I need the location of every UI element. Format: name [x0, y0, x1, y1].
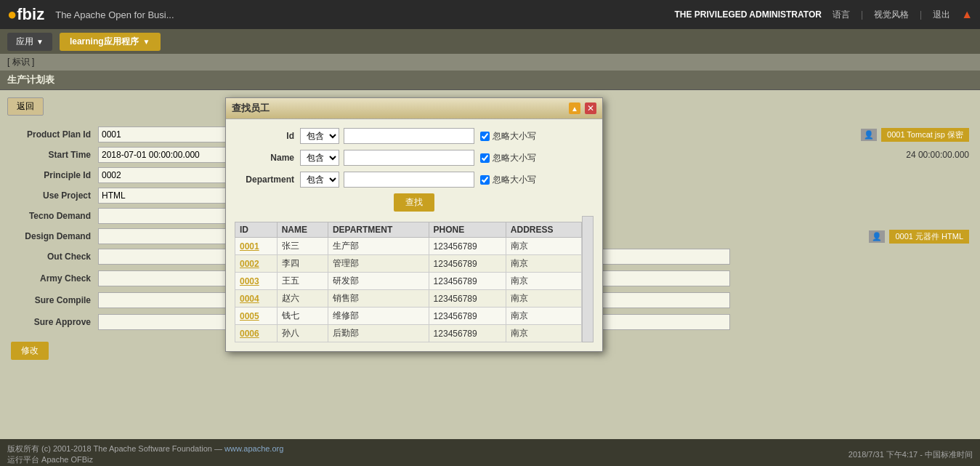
id-case-checkbox[interactable] — [480, 132, 490, 141]
dept-case-text: 忽略大小写 — [493, 174, 536, 186]
modal-table-wrapper: ID NAME DEPARTMENT PHONE ADDRESS 0001 张三… — [235, 216, 594, 342]
row-name: 钱七 — [277, 308, 328, 325]
dept-search-input[interactable] — [344, 172, 474, 188]
principle-id-input[interactable] — [98, 167, 243, 183]
product-plan-id-input[interactable] — [98, 126, 243, 142]
army-check-label: Army Check — [11, 273, 98, 284]
row-dept: 后勤部 — [328, 325, 429, 342]
id-search-select[interactable]: 包含 — [300, 128, 339, 144]
page-title-text: 生产计划表 — [7, 74, 54, 85]
search-btn-row: 查找 — [235, 193, 594, 212]
sure-compile-input[interactable] — [98, 292, 243, 308]
apply-label: 应用 — [16, 36, 33, 48]
employee-table: ID NAME DEPARTMENT PHONE ADDRESS 0001 张三… — [235, 222, 582, 342]
theme-link[interactable]: 视觉风格 — [874, 9, 909, 21]
id-case-label: 忽略大小写 — [480, 130, 536, 142]
use-project-input[interactable] — [98, 188, 243, 204]
modal-title: 查找员工 — [232, 102, 270, 115]
modal-collapse-button[interactable]: ▲ — [569, 103, 580, 114]
page-title: 生产计划表 — [0, 71, 980, 90]
name-case-checkbox[interactable] — [480, 153, 490, 163]
app-arrow-icon: ▼ — [143, 38, 150, 46]
footer-link[interactable]: www.apache.org — [224, 444, 283, 453]
back-button[interactable]: 返回 — [7, 97, 44, 116]
dept-case-checkbox[interactable] — [480, 175, 490, 185]
table-header-row: ID NAME DEPARTMENT PHONE ADDRESS — [235, 222, 582, 238]
end-time-value: 24 00:00:00.000 — [906, 150, 969, 160]
employee-table-body: 0001 张三 生产部 123456789 南京 0002 李四 管理部 123… — [235, 238, 582, 342]
row-id[interactable]: 0004 — [235, 290, 278, 308]
row-address: 南京 — [506, 273, 581, 290]
name-search-select[interactable]: 包含 — [300, 150, 339, 166]
row-dept: 研发部 — [328, 273, 429, 290]
right-field2-group: 👤 0001 元器件 HTML — [869, 230, 969, 244]
design-demand-label: Design Demand — [11, 231, 98, 241]
document-prepa-input[interactable] — [585, 249, 730, 265]
name-search-row: Name 包含 忽略大小写 — [235, 150, 594, 166]
row-id[interactable]: 0003 — [235, 273, 278, 290]
name-search-input[interactable] — [344, 150, 474, 166]
sure-judge-input[interactable] — [585, 292, 730, 308]
lang-link[interactable]: 语言 — [833, 9, 850, 21]
breadcrumb-text: [ 标识 ] — [7, 57, 34, 67]
id-search-input[interactable] — [344, 128, 474, 144]
table-row: 0004 赵六 销售部 123456789 南京 — [235, 290, 582, 308]
dept-search-row: Department 包含 忽略大小写 — [235, 172, 594, 188]
right-field1-group: 👤 0001 Tomcat jsp 保密 — [861, 128, 969, 142]
modal-dialog: 查找员工 ▲ ✕ Id 包含 忽略大小写 Name — [225, 97, 603, 352]
header: ●fbiz The Apache Open for Busi... THE PR… — [0, 0, 980, 29]
row-name: 李四 — [277, 255, 328, 273]
row-address: 南京 — [506, 325, 581, 342]
row-phone: 123456789 — [429, 325, 506, 342]
row-id[interactable]: 0002 — [235, 255, 278, 273]
modal-close-button[interactable]: ✕ — [585, 103, 596, 114]
app-button[interactable]: learning应用程序 ▼ — [60, 33, 161, 51]
table-row: 0006 孙八 后勤部 123456789 南京 — [235, 325, 582, 342]
apply-button[interactable]: 应用 ▼ — [7, 33, 52, 51]
row-dept: 维修部 — [328, 308, 429, 325]
modal-table-scroll[interactable]: ID NAME DEPARTMENT PHONE ADDRESS 0001 张三… — [235, 216, 582, 342]
divider1: | — [861, 9, 863, 20]
use-project-label: Use Project — [11, 190, 98, 201]
row-id[interactable]: 0005 — [235, 308, 278, 325]
id-search-row: Id 包含 忽略大小写 — [235, 128, 594, 144]
footer-copyright: 版权所有 (c) 2001-2018 The Apache Software F… — [7, 444, 224, 453]
col-id: ID — [235, 222, 278, 238]
modal-body: Id 包含 忽略大小写 Name 包含 忽略大小写 — [226, 119, 602, 351]
row-name: 张三 — [277, 238, 328, 255]
logo-text: fbiz — [17, 5, 44, 23]
sure-approve-input[interactable] — [98, 314, 243, 330]
out-judge-input[interactable] — [585, 270, 730, 286]
modal-scrollbar[interactable] — [582, 216, 594, 342]
sure-compile-label: Sure Compile — [11, 295, 98, 305]
row-phone: 123456789 — [429, 238, 506, 255]
right-icon2: 👤 — [869, 230, 885, 243]
army-check-input[interactable] — [98, 270, 243, 286]
table-row: 0005 钱七 维修部 123456789 南京 — [235, 308, 582, 325]
row-name: 赵六 — [277, 290, 328, 308]
divider2: | — [920, 9, 922, 20]
header-right: THE PRIVILEGED ADMINISTRATOR 语言 | 视觉风格 |… — [674, 8, 973, 21]
dept-case-label: 忽略大小写 — [480, 174, 536, 186]
row-phone: 123456789 — [429, 290, 506, 308]
table-row: 0002 李四 管理部 123456789 南京 — [235, 255, 582, 273]
search-button[interactable]: 查找 — [394, 193, 434, 212]
app-label: learning应用程序 — [70, 36, 139, 48]
col-address: ADDRESS — [506, 222, 581, 238]
row-id[interactable]: 0006 — [235, 325, 278, 342]
out-check-input[interactable] — [98, 249, 243, 265]
dept-search-label: Department — [235, 174, 300, 185]
modify-button[interactable]: 修改 — [11, 342, 49, 360]
footer: 版权所有 (c) 2001-2018 The Apache Software F… — [0, 439, 980, 466]
row-dept: 管理部 — [328, 255, 429, 273]
logout-link[interactable]: 退出 — [933, 9, 950, 21]
main-content: 返回 Product Plan Id 👤 0001 Tomcat jsp 保密 … — [0, 90, 980, 439]
department-id-input[interactable] — [585, 314, 730, 330]
modal-controls: ▲ ✕ — [569, 103, 596, 114]
sure-approve-label: Sure Approve — [11, 317, 98, 327]
breadcrumb: [ 标识 ] — [0, 54, 980, 71]
name-case-text: 忽略大小写 — [493, 152, 536, 164]
row-id[interactable]: 0001 — [235, 238, 278, 255]
name-case-label: 忽略大小写 — [480, 152, 536, 164]
dept-search-select[interactable]: 包含 — [300, 172, 339, 188]
